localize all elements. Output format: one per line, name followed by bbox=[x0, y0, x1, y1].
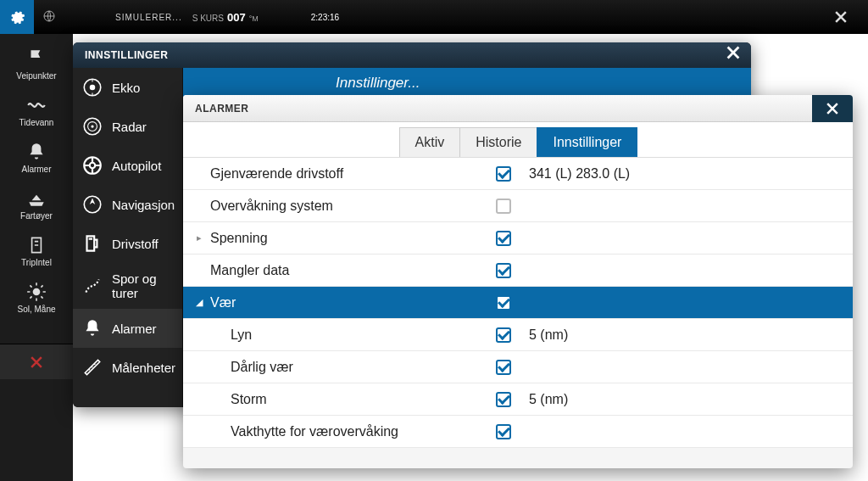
close-button[interactable] bbox=[814, 0, 868, 34]
sonar-icon bbox=[81, 76, 103, 98]
alarm-checkbox[interactable] bbox=[487, 295, 520, 310]
rail-item-solmne[interactable]: Sol, Måne bbox=[0, 276, 73, 322]
rail-item-label: Fartøyer bbox=[20, 211, 53, 221]
sidebar-item-label: Drivstoff bbox=[112, 237, 159, 251]
alarm-label: Lyn bbox=[207, 327, 487, 343]
alarm-value: 341 (L) 283.0 (L) bbox=[520, 166, 853, 182]
alarms-window-header: ALARMER bbox=[183, 95, 853, 122]
alarm-label: Vær bbox=[207, 295, 487, 310]
alarms-window: ALARMER Aktiv Historie Innstillinger Gje… bbox=[183, 95, 853, 468]
simulator-label: SIMULERER... bbox=[115, 13, 182, 22]
tree-toggle-icon[interactable]: ▸ bbox=[192, 232, 207, 243]
settings-sidebar-item-navigasjon[interactable]: Navigasjon bbox=[73, 185, 182, 224]
nav-icon bbox=[81, 193, 103, 215]
rail-item-label: Alarmer bbox=[21, 165, 51, 174]
svg-point-3 bbox=[90, 85, 96, 91]
boat-icon bbox=[25, 187, 47, 210]
alarm-row[interactable]: Dårlig vær bbox=[183, 351, 853, 383]
settings-sidebar-item-radar[interactable]: Radar bbox=[73, 107, 182, 146]
status-bar: SIMULERER... S KURS 007 °M 2:23:16 bbox=[0, 0, 868, 34]
sidebar-item-label: Navigasjon bbox=[112, 198, 175, 212]
settings-sidebar-item-mlenheter[interactable]: Målenheter bbox=[73, 348, 182, 387]
ruler-icon bbox=[81, 356, 103, 378]
gear-icon bbox=[8, 8, 25, 25]
globe-icon bbox=[34, 9, 64, 25]
svg-point-1 bbox=[33, 288, 41, 296]
alarm-row[interactable]: Gjenværende drivstoff 341 (L) 283.0 (L) bbox=[183, 158, 853, 190]
alarm-label: Spenning bbox=[207, 231, 487, 246]
alarm-label: Storm bbox=[207, 392, 487, 407]
sidebar-item-label: Alarmer bbox=[112, 322, 157, 336]
alarms-close-button[interactable] bbox=[812, 95, 853, 122]
alarm-row[interactable]: Overvåkning system bbox=[183, 190, 853, 222]
settings-sidebar-item-sporogturer[interactable]: Spor og turer bbox=[73, 263, 182, 309]
alarm-row[interactable]: ◢ Vær bbox=[183, 287, 853, 319]
tab-aktiv[interactable]: Aktiv bbox=[399, 127, 461, 157]
alarm-checkbox[interactable] bbox=[487, 327, 520, 343]
close-icon bbox=[824, 100, 841, 117]
sidebar-item-label: Autopilot bbox=[112, 159, 161, 173]
sidebar-item-label: Spor og turer bbox=[112, 271, 174, 300]
alarm-checkbox[interactable] bbox=[487, 263, 520, 278]
rail-item-label: Sol, Måne bbox=[17, 305, 55, 314]
alarm-row[interactable]: Vakthytte for værovervåking bbox=[183, 416, 853, 448]
rail-item-label: Veipunkter bbox=[16, 71, 56, 81]
alarm-label: Dårlig vær bbox=[207, 360, 487, 375]
alarm-checkbox[interactable] bbox=[487, 424, 520, 439]
radar-icon bbox=[81, 115, 103, 137]
settings-sidebar-item-autopilot[interactable]: Autopilot bbox=[73, 146, 182, 185]
flag-icon bbox=[25, 48, 47, 70]
settings-sidebar: EkkoRadarAutopilotNavigasjonDrivstoffSpo… bbox=[73, 68, 183, 407]
alarm-row[interactable]: Storm 5 (nm) bbox=[183, 383, 853, 416]
alarm-checkbox[interactable] bbox=[487, 392, 520, 407]
tab-historie[interactable]: Historie bbox=[459, 127, 537, 157]
alarm-row[interactable]: Mangler data bbox=[183, 254, 853, 287]
track-icon bbox=[81, 275, 103, 297]
course-block: S KURS 007 °M bbox=[192, 11, 259, 24]
settings-sidebar-item-drivstoff[interactable]: Drivstoff bbox=[73, 224, 182, 263]
tab-innstillinger[interactable]: Innstillinger bbox=[537, 127, 637, 157]
alarm-label: Mangler data bbox=[207, 263, 487, 278]
exit-icon bbox=[28, 354, 45, 371]
bell-icon bbox=[81, 317, 103, 339]
rail-item-veipunkter[interactable]: Veipunkter bbox=[0, 42, 73, 89]
settings-window-header: INNSTILLINGER bbox=[73, 42, 751, 68]
alarms-tabs: Aktiv Historie Innstillinger bbox=[183, 122, 853, 158]
sun-icon bbox=[25, 281, 47, 303]
rail-item-tripintel[interactable]: TripIntel bbox=[0, 229, 73, 276]
rail-item-tidevann[interactable]: Tidevann bbox=[0, 89, 73, 136]
compass-icon bbox=[25, 234, 47, 256]
svg-point-8 bbox=[90, 163, 96, 169]
settings-window-title: INNSTILLINGER bbox=[85, 49, 169, 61]
alarm-row[interactable]: ▸ Spenning bbox=[183, 222, 853, 254]
alarms-window-title: ALARMER bbox=[195, 103, 249, 115]
settings-tab[interactable]: Innstillinger... bbox=[183, 68, 751, 98]
alarm-checkbox[interactable] bbox=[487, 231, 520, 246]
settings-sidebar-item-ekko[interactable]: Ekko bbox=[73, 68, 182, 107]
alarm-row[interactable]: Lyn 5 (nm) bbox=[183, 319, 853, 351]
alarm-checkbox[interactable] bbox=[487, 199, 520, 214]
alarm-checkbox[interactable] bbox=[487, 166, 520, 182]
bell-icon bbox=[25, 141, 47, 163]
close-icon bbox=[724, 43, 743, 62]
close-icon bbox=[832, 8, 849, 25]
settings-close-button[interactable] bbox=[724, 43, 743, 67]
tree-toggle-icon[interactable]: ◢ bbox=[192, 297, 207, 308]
sidebar-item-label: Målenheter bbox=[112, 361, 175, 375]
wheel-icon bbox=[81, 154, 103, 176]
settings-sidebar-item-alarmer[interactable]: Alarmer bbox=[73, 309, 182, 348]
fuel-icon bbox=[81, 232, 103, 254]
rail-item-fartyer[interactable]: Fartøyer bbox=[0, 182, 73, 229]
rail-item-alarmer[interactable]: Alarmer bbox=[0, 136, 73, 182]
rail-exit-button[interactable] bbox=[0, 344, 73, 379]
svg-point-6 bbox=[91, 125, 93, 127]
settings-gear-button[interactable] bbox=[0, 0, 34, 34]
sidebar-item-label: Radar bbox=[112, 120, 147, 134]
clock: 2:23:16 bbox=[311, 13, 339, 22]
rail-item-label: TripIntel bbox=[21, 258, 52, 267]
alarm-value: 5 (nm) bbox=[520, 327, 853, 343]
alarm-checkbox[interactable] bbox=[487, 360, 520, 375]
alarm-label: Vakthytte for værovervåking bbox=[207, 424, 487, 439]
alarm-label: Overvåkning system bbox=[207, 199, 487, 214]
wave-icon bbox=[25, 94, 47, 116]
